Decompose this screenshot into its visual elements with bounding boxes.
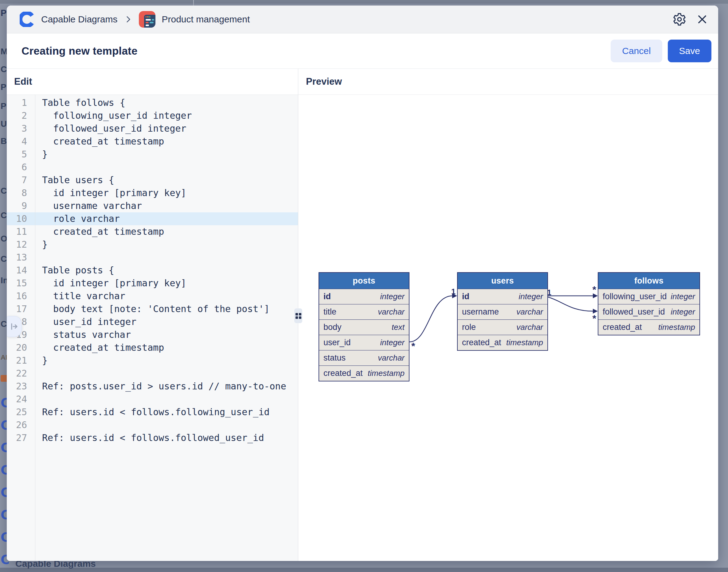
code-line: user_id integer	[42, 315, 298, 328]
preview-pane-header: Preview	[298, 69, 718, 95]
code-line	[42, 251, 298, 264]
table-row: created_attimestamp	[598, 319, 700, 335]
line-number: 12	[7, 238, 35, 251]
close-button[interactable]	[694, 11, 710, 27]
code-lines: Table follows { following_user_id intege…	[35, 95, 298, 561]
settings-button[interactable]	[671, 11, 687, 27]
edit-pane-header: Edit	[7, 69, 298, 95]
pane-resize-handle[interactable]	[294, 308, 302, 323]
code-line: Table posts {	[42, 264, 298, 277]
code-line: body text [note: 'Content of the post']	[42, 302, 298, 315]
line-number: 1	[7, 96, 35, 109]
table-header: posts	[319, 273, 409, 289]
field-name: created_at	[462, 338, 501, 347]
breadcrumb-chevron-icon	[124, 15, 132, 23]
code-line: Ref: users.id < follows.following_user_i…	[42, 406, 298, 419]
edit-pane: Edit 12345678910111213141516171819202122…	[7, 69, 298, 561]
field-name: role	[462, 323, 476, 332]
code-line: id integer [primary key]	[42, 277, 298, 290]
code-line: }	[42, 238, 298, 251]
table-row: idinteger	[458, 289, 547, 304]
backdrop-bottom-band	[0, 568, 728, 572]
table-row: usernamevarchar	[458, 304, 547, 319]
field-type: timestamp	[506, 338, 543, 347]
field-name: created_at	[323, 368, 363, 378]
code-line: username varchar	[42, 200, 298, 212]
line-number: 14	[7, 264, 35, 277]
save-button[interactable]: Save	[668, 40, 712, 62]
code-line: created_at timestamp	[42, 341, 298, 354]
modal-header-bar: Capable Diagrams P	[7, 5, 718, 33]
code-line: Ref: posts.user_id > users.id // many-to…	[42, 380, 298, 393]
field-name: body	[323, 323, 342, 332]
field-type: text	[391, 323, 405, 332]
line-number: 23	[7, 380, 35, 393]
code-line: role varchar	[42, 212, 298, 225]
code-line	[42, 419, 298, 431]
field-name: following_user_id	[603, 292, 667, 301]
svg-text:*: *	[593, 313, 597, 324]
page: { "backdrop": { "bottom_label": "Capable…	[0, 0, 728, 572]
close-icon	[696, 13, 708, 25]
field-name: status	[323, 353, 346, 363]
code-line: created_at timestamp	[42, 225, 298, 238]
table-row: created_attimestamp	[458, 335, 547, 350]
code-line: Ref: users.id < follows.followed_user_id	[42, 431, 298, 444]
code-line: status varchar	[42, 328, 298, 341]
diagram-canvas[interactable]: *11*1* postsidintegertitlevarcharbodytex…	[298, 95, 718, 561]
diagram-table-follows[interactable]: followsfollowing_user_idintegerfollowed_…	[598, 272, 700, 336]
code-line	[42, 161, 298, 174]
line-number: 22	[7, 367, 35, 380]
table-row: idinteger	[319, 289, 409, 304]
capable-diagrams-logo-icon	[20, 12, 35, 27]
expand-sidebar-button[interactable]	[7, 316, 22, 337]
line-number: 3	[7, 122, 35, 135]
table-row: following_user_idinteger	[598, 289, 700, 304]
field-name: title	[323, 307, 337, 317]
product-management-icon	[139, 11, 156, 27]
field-type: varchar	[378, 307, 405, 317]
code-editor[interactable]: 1234567891011121314151617181920212223242…	[7, 95, 298, 561]
svg-text:*: *	[411, 341, 415, 352]
field-type: varchar	[517, 307, 543, 317]
table-row: user_idinteger	[319, 335, 409, 350]
preview-pane: Preview *11*1* postsidintegertitlevarcha…	[298, 69, 718, 561]
line-number: 17	[7, 302, 35, 315]
create-template-modal: Capable Diagrams P	[7, 5, 718, 561]
backdrop-column-divider	[193, 0, 194, 5]
table-row: created_attimestamp	[319, 365, 409, 381]
code-line: followed_user_id integer	[42, 122, 298, 135]
line-number: 11	[7, 225, 35, 238]
code-line: Table follows {	[42, 96, 298, 109]
bar-arrow-right-icon	[9, 322, 19, 331]
cancel-button[interactable]: Cancel	[611, 40, 662, 62]
line-number: 10	[7, 212, 35, 225]
diagram-table-users[interactable]: usersidintegerusernamevarcharrolevarchar…	[457, 272, 548, 351]
line-number: 15	[7, 277, 35, 290]
line-number: 24	[7, 393, 35, 406]
field-name: created_at	[603, 323, 642, 332]
field-type: integer	[671, 307, 695, 317]
table-row: titlevarchar	[319, 304, 409, 319]
code-line: }	[42, 354, 298, 367]
table-row: rolevarchar	[458, 319, 547, 335]
line-number: 7	[7, 174, 35, 187]
field-name: id	[323, 292, 331, 301]
line-number: 2	[7, 109, 35, 122]
line-number: 16	[7, 290, 35, 302]
code-line: Table users {	[42, 174, 298, 187]
gear-icon	[672, 12, 686, 26]
split-view: Edit 12345678910111213141516171819202122…	[7, 69, 718, 561]
line-number: 27	[7, 431, 35, 444]
backdrop-sidebar-fragment: O	[1, 234, 7, 244]
field-type: timestamp	[368, 368, 405, 378]
code-line: following_user_id integer	[42, 109, 298, 122]
field-type: timestamp	[658, 323, 695, 332]
field-name: user_id	[323, 338, 351, 347]
code-line: id integer [primary key]	[42, 187, 298, 200]
table-header: follows	[598, 273, 700, 289]
line-number: 20	[7, 341, 35, 354]
diagram-table-posts[interactable]: postsidintegertitlevarcharbodytextuser_i…	[318, 272, 410, 381]
line-number: 6	[7, 161, 35, 174]
code-line	[42, 367, 298, 380]
